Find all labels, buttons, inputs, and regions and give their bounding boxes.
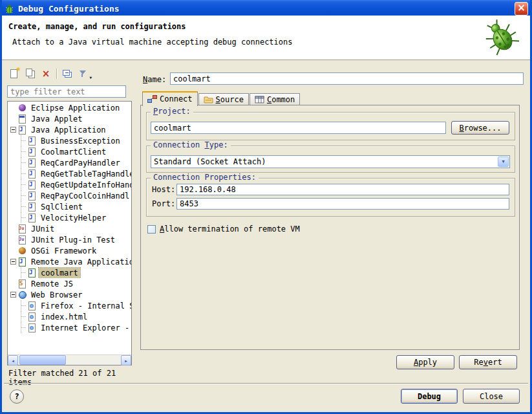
name-input[interactable] — [170, 72, 524, 85]
debug-button[interactable]: Debug — [401, 389, 458, 404]
javacfg-icon — [27, 169, 37, 179]
chevron-down-icon[interactable] — [498, 157, 509, 167]
tree-item-label: VelocityHelper — [39, 213, 108, 223]
project-input[interactable] — [151, 122, 446, 134]
tree-item-web-browser[interactable]: Web Browser — [8, 289, 131, 300]
tree-connector — [17, 157, 27, 168]
tree-item-businessexception[interactable]: BusinessException — [8, 135, 131, 146]
tree-expander-icon[interactable] — [10, 259, 16, 265]
scroll-right-icon[interactable] — [121, 355, 131, 365]
close-icon[interactable] — [515, 2, 528, 16]
tree-item-label: JUnit — [29, 224, 56, 234]
window-title: Debug Configurations — [18, 4, 120, 14]
tree-item-label: CoolmartClient — [39, 147, 108, 157]
help-button[interactable]: ? — [10, 389, 24, 404]
tree-item-remote-js[interactable]: Remote JS — [8, 278, 131, 289]
tree-connector — [17, 146, 27, 157]
tree-item-sqlclient[interactable]: SqlClient — [8, 201, 131, 212]
tree-item-coolmart[interactable]: coolmart — [8, 267, 131, 278]
tree-item-label: ReqPayCoolCoinHandl — [39, 191, 131, 201]
tree-item-index-html[interactable]: index.html — [8, 311, 131, 322]
javaapp-icon — [17, 125, 28, 135]
tree-item-label: ReqCardPayHandler — [39, 158, 122, 168]
javacfg-icon — [27, 180, 37, 190]
allow-termination-row: Allow termination of remote VM — [147, 224, 300, 234]
port-input[interactable] — [176, 198, 509, 210]
junitp-icon — [17, 235, 28, 245]
tree-item-java-applet[interactable]: Java Applet — [8, 113, 131, 124]
tree-item-internet-explorer[interactable]: Internet Explorer - — [8, 322, 131, 333]
tab-source[interactable]: Source — [198, 93, 249, 105]
host-input[interactable] — [176, 184, 509, 195]
footer-separator — [4, 383, 528, 384]
new-configuration-button[interactable] — [7, 67, 23, 81]
eclipse-icon — [17, 103, 28, 113]
name-label: Name: — [143, 75, 166, 84]
tree-connector — [17, 135, 27, 146]
tree-item-label: Remote JS — [29, 279, 75, 289]
tree-item-junit[interactable]: JUnit — [8, 223, 131, 234]
tree-item-reqgetupdateinfohand[interactable]: ReqGetUpdateInfoHand — [8, 179, 131, 190]
tree-item-label: Web Browser — [29, 290, 84, 300]
scrollbar-thumb[interactable] — [19, 355, 66, 365]
allow-termination-label: Allow termination of remote VM — [160, 224, 300, 234]
configurations-panel: Eclipse ApplicationJava AppletJava Appli… — [7, 65, 133, 378]
tree-item-eclipse-application[interactable]: Eclipse Application — [8, 102, 131, 113]
close-button[interactable]: Close — [463, 389, 520, 404]
javacfg-icon — [27, 191, 37, 201]
tree-item-osgi-framework[interactable]: OSGi Framework — [8, 245, 131, 256]
project-label: Project: — [151, 107, 193, 116]
tree-expander-icon[interactable] — [10, 292, 16, 298]
tree-item-reqcardpayhandler[interactable]: ReqCardPayHandler — [8, 157, 131, 168]
tree-connector — [17, 311, 27, 322]
browser-icon — [27, 301, 37, 311]
filter-configurations-button[interactable] — [75, 67, 90, 81]
dialog-header: Create, manage, and run configurations A… — [2, 16, 530, 60]
tree-expander-icon[interactable] — [10, 127, 16, 133]
tree-connector — [17, 212, 27, 223]
tree-item-velocityhelper[interactable]: VelocityHelper — [8, 212, 131, 223]
source-icon — [204, 95, 213, 104]
connection-type-group: Connection Type: Standard (Socket Attach… — [146, 146, 515, 173]
filter-input[interactable] — [7, 85, 126, 98]
revert-button[interactable]: Revert — [459, 355, 517, 369]
tree-item-junit-plug-in-test[interactable]: JUnit Plug-in Test — [8, 234, 131, 245]
menu-arrow-icon[interactable] — [89, 72, 92, 81]
collapse-all-button[interactable] — [59, 67, 75, 81]
javacfg-icon — [27, 136, 37, 146]
tree-item-label: ReqGetUpdateInfoHand — [39, 180, 131, 190]
tree-item-remote-java-application[interactable]: Remote Java Application — [8, 256, 131, 267]
scrollbar-track[interactable] — [18, 355, 121, 365]
tree-connector — [17, 190, 27, 201]
browser-icon — [27, 312, 37, 322]
connect-tab-content: Project: Browse... Connection Type: Stan… — [140, 105, 520, 350]
config-tree: Eclipse ApplicationJava AppletJava Appli… — [8, 102, 131, 354]
tab-connect[interactable]: Connect — [142, 91, 198, 106]
delete-configuration-button[interactable] — [38, 67, 54, 81]
connection-type-combo[interactable]: Standard (Socket Attach) — [151, 155, 510, 168]
tab-common[interactable]: Common — [250, 93, 300, 105]
scroll-left-icon[interactable] — [8, 355, 18, 365]
tree-item-reqgettabletaghandle[interactable]: ReqGetTableTagHandle — [8, 168, 131, 179]
allow-termination-checkbox[interactable] — [147, 225, 156, 234]
config-editor-panel: Name: Connect — [138, 65, 529, 378]
tree-connector — [17, 201, 27, 212]
header-subtitle: Attach to a Java virtual machine accepti… — [12, 38, 292, 47]
host-label: Host: — [152, 185, 175, 194]
browse-button[interactable]: Browse... — [451, 121, 509, 135]
tree-item-coolmartclient[interactable]: CoolmartClient — [8, 146, 131, 157]
tree-item-firefox-internal-s[interactable]: Firefox - Internal S — [8, 300, 131, 311]
titlebar[interactable]: Debug Configurations — [0, 0, 532, 17]
connection-type-value: Standard (Socket Attach) — [154, 157, 266, 166]
tree-item-label: Remote Java Application — [29, 257, 131, 267]
tab-label: Source — [216, 95, 244, 104]
connection-properties-group: Connection Properties: Host: Port: — [146, 178, 515, 217]
tab-bar: Connect Source — [140, 91, 301, 105]
javacfg-icon — [27, 213, 37, 223]
common-icon — [255, 95, 264, 104]
apply-button[interactable]: Apply — [396, 355, 454, 369]
tree-item-java-application[interactable]: Java Application — [8, 124, 131, 135]
duplicate-configuration-button[interactable] — [23, 67, 38, 81]
horizontal-scrollbar[interactable] — [8, 354, 131, 365]
tree-item-reqpaycoolcoinhandl[interactable]: ReqPayCoolCoinHandl — [8, 190, 131, 201]
